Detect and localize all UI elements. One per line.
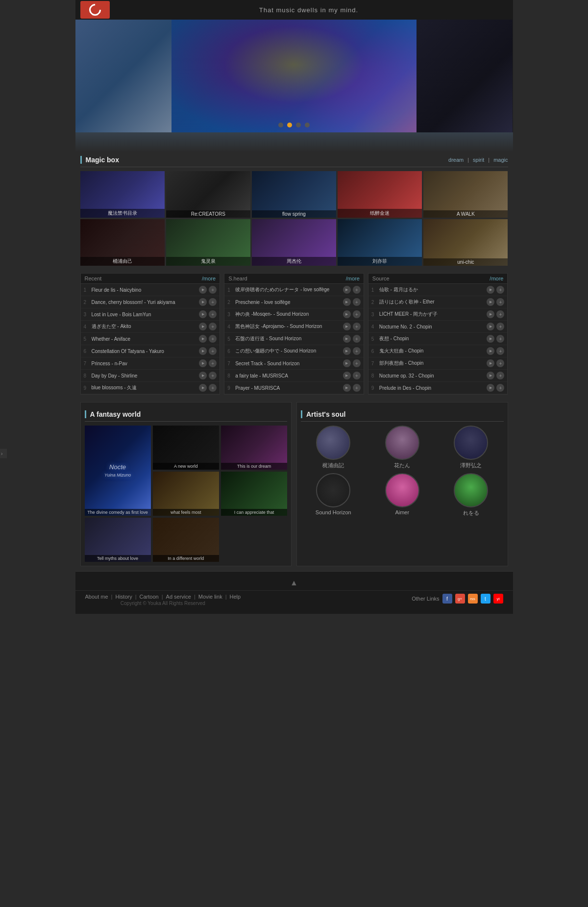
magic-item-0[interactable]: 魔法禁书目录 <box>80 171 165 218</box>
playlist-col-source-more[interactable]: /more <box>490 276 503 281</box>
dot-4[interactable] <box>305 123 310 127</box>
track-c4-play[interactable] <box>487 323 494 330</box>
track-r3-add[interactable] <box>209 310 217 318</box>
magic-item-2[interactable]: flow spring <box>252 171 336 218</box>
footer-movie-link[interactable]: Movie link <box>198 594 222 600</box>
track-c5-add[interactable] <box>496 335 504 343</box>
playlist-col-recent-more[interactable]: /more <box>202 276 216 281</box>
track-c5-play[interactable] <box>487 335 494 343</box>
dot-3[interactable] <box>296 123 301 127</box>
track-s4-add[interactable] <box>353 323 361 330</box>
magic-item-4[interactable]: A WALK <box>423 171 508 218</box>
track-r7-play[interactable] <box>199 359 207 367</box>
social-icon-facebook[interactable]: f <box>442 594 452 604</box>
track-c4-add[interactable] <box>496 323 504 330</box>
artist-item-1[interactable]: 花たん <box>385 426 419 469</box>
track-s5-add[interactable] <box>353 335 361 343</box>
social-icon-youtube[interactable]: yt <box>493 594 503 604</box>
track-c1-play[interactable] <box>487 286 494 294</box>
track-r9-play[interactable] <box>199 384 207 392</box>
magic-item-6[interactable]: 鬼灵泉 <box>166 219 250 266</box>
track-s8-play[interactable] <box>343 372 351 379</box>
track-r4-play[interactable] <box>199 323 207 330</box>
magic-item-7[interactable]: 周杰伦 <box>252 219 336 266</box>
fantasy-item-2[interactable]: This is our dream <box>221 426 287 470</box>
track-r5-play[interactable] <box>199 335 207 343</box>
social-icon-rss[interactable]: rss <box>468 594 478 604</box>
track-c9-play[interactable] <box>487 384 494 392</box>
magic-item-5[interactable]: 桶浦由己 <box>80 219 165 266</box>
dot-2[interactable] <box>287 123 292 127</box>
social-icon-twitter[interactable]: t <box>481 594 490 604</box>
social-icon-google[interactable]: g+ <box>455 594 465 604</box>
track-s4-play[interactable] <box>343 323 351 330</box>
track-r2-play[interactable] <box>199 298 207 306</box>
track-c7-add[interactable] <box>496 359 504 367</box>
magic-item-1[interactable]: Re:CREATORS <box>166 171 250 218</box>
track-c3-play[interactable] <box>487 310 494 318</box>
track-r6-play[interactable] <box>199 347 207 355</box>
track-c1-add[interactable] <box>496 286 504 294</box>
track-s1-play[interactable] <box>343 286 351 294</box>
artist-item-0[interactable]: 梶浦由記 <box>316 426 350 469</box>
fantasy-item-5[interactable]: Tell myths about love <box>85 518 151 562</box>
track-s2-play[interactable] <box>343 298 351 306</box>
footer-about-me[interactable]: About me <box>85 594 108 600</box>
track-r8-add[interactable] <box>209 372 217 379</box>
track-s7-play[interactable] <box>343 359 351 367</box>
track-r9-add[interactable] <box>209 384 217 392</box>
track-r6-add[interactable] <box>209 347 217 355</box>
track-s9-play[interactable] <box>343 384 351 392</box>
artist-item-4[interactable]: Aimer <box>385 473 419 517</box>
track-r4-add[interactable] <box>209 323 217 330</box>
site-logo[interactable] <box>80 1 110 19</box>
track-c2-play[interactable] <box>487 298 494 306</box>
footer-history[interactable]: History <box>115 594 132 600</box>
footer-ad-service[interactable]: Ad service <box>166 594 191 600</box>
track-s3-add[interactable] <box>353 310 361 318</box>
magic-item-9[interactable]: uni-chic <box>423 219 508 266</box>
artist-item-5[interactable]: れをる <box>454 473 488 517</box>
track-r1-add[interactable] <box>209 286 217 294</box>
track-r1-play[interactable] <box>199 286 207 294</box>
track-s7-add[interactable] <box>353 359 361 367</box>
fantasy-item-large[interactable]: NocteYuina Mizuno The divine comedy as f… <box>85 426 151 516</box>
footer-cartoon[interactable]: Cartoon <box>140 594 159 600</box>
track-r2-add[interactable] <box>209 298 217 306</box>
playlist-col-sheard-more[interactable]: /more <box>346 276 360 281</box>
track-s6-add[interactable] <box>353 347 361 355</box>
fantasy-item-3[interactable]: what feels most <box>153 472 219 516</box>
track-c9-add[interactable] <box>496 384 504 392</box>
spirit-link[interactable]: spirit <box>473 157 484 163</box>
track-r5-add[interactable] <box>209 335 217 343</box>
track-c6-play[interactable] <box>487 347 494 355</box>
magic-item-8[interactable]: 刘亦菲 <box>338 219 422 266</box>
track-s1-add[interactable] <box>353 286 361 294</box>
fantasy-item-4[interactable]: I can appreciate that <box>221 472 287 516</box>
track-c3-add[interactable] <box>496 310 504 318</box>
track-c6-add[interactable] <box>496 347 504 355</box>
track-c8-add[interactable] <box>496 372 504 379</box>
dot-1[interactable] <box>278 123 283 127</box>
artist-item-2[interactable]: 澤野弘之 <box>454 426 488 469</box>
track-c8-play[interactable] <box>487 372 494 379</box>
fantasy-item-6[interactable]: In a different world <box>153 518 219 562</box>
track-s6-play[interactable] <box>343 347 351 355</box>
artist-item-3[interactable]: Sound Horizon <box>316 473 351 517</box>
track-s3-play[interactable] <box>343 310 351 318</box>
track-s5-play[interactable] <box>343 335 351 343</box>
track-s8-add[interactable] <box>353 372 361 379</box>
track-c7-play[interactable] <box>487 359 494 367</box>
track-r8-play[interactable] <box>199 372 207 379</box>
track-r3-play[interactable] <box>199 310 207 318</box>
track-c2-add[interactable] <box>496 298 504 306</box>
dream-link[interactable]: dream <box>448 157 464 163</box>
fantasy-item-1[interactable]: A new world <box>153 426 219 470</box>
magic-link[interactable]: magic <box>493 157 508 163</box>
track-s2-add[interactable] <box>353 298 361 306</box>
footer-help[interactable]: Help <box>230 594 241 600</box>
track-r7-add[interactable] <box>209 359 217 367</box>
magic-item-3[interactable]: 纸醉金迷 <box>338 171 422 218</box>
track-s9-add[interactable] <box>353 384 361 392</box>
scroll-top-button[interactable]: ▲ <box>290 579 298 587</box>
